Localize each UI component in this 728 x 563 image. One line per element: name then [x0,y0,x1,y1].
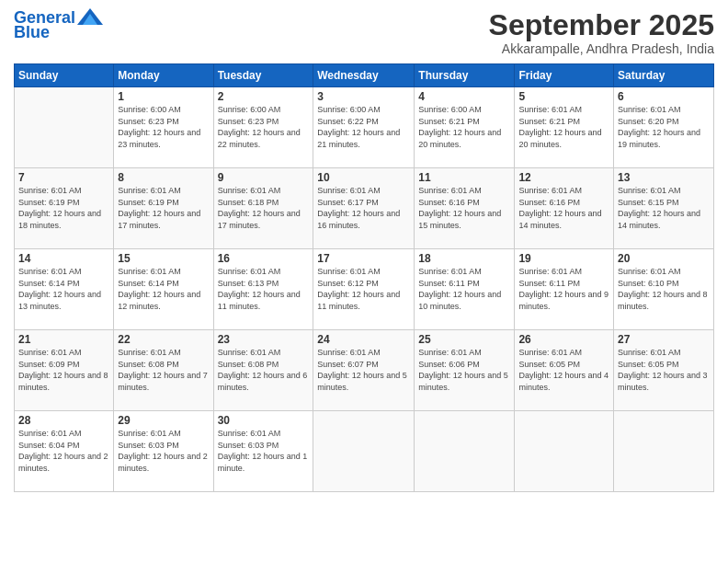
table-row: 26Sunrise: 6:01 AM Sunset: 6:05 PM Dayli… [515,330,614,411]
day-number: 13 [618,171,710,184]
header: General Blue September 2025 Akkarampalle… [14,9,714,56]
col-monday: Monday [114,64,213,87]
calendar-week-3: 14Sunrise: 6:01 AM Sunset: 6:14 PM Dayli… [15,249,714,330]
day-number: 7 [18,171,109,184]
day-info: Sunrise: 6:00 AM Sunset: 6:23 PM Dayligh… [218,104,310,150]
table-row: 1Sunrise: 6:00 AM Sunset: 6:23 PM Daylig… [114,87,213,168]
day-number: 3 [317,90,410,103]
day-info: Sunrise: 6:01 AM Sunset: 6:08 PM Dayligh… [118,347,209,393]
day-info: Sunrise: 6:01 AM Sunset: 6:21 PM Dayligh… [518,104,609,150]
day-number: 9 [218,171,310,184]
table-row [415,411,515,492]
day-number: 8 [118,171,209,184]
table-row: 9Sunrise: 6:01 AM Sunset: 6:18 PM Daylig… [213,168,313,249]
table-row: 24Sunrise: 6:01 AM Sunset: 6:07 PM Dayli… [313,330,415,411]
calendar-week-1: 1Sunrise: 6:00 AM Sunset: 6:23 PM Daylig… [15,87,714,168]
day-info: Sunrise: 6:01 AM Sunset: 6:19 PM Dayligh… [118,185,209,231]
table-row: 16Sunrise: 6:01 AM Sunset: 6:13 PM Dayli… [213,249,313,330]
logo: General Blue [14,9,103,42]
day-info: Sunrise: 6:00 AM Sunset: 6:21 PM Dayligh… [418,104,510,150]
day-number: 27 [618,333,710,346]
col-friday: Friday [515,64,614,87]
day-info: Sunrise: 6:01 AM Sunset: 6:11 PM Dayligh… [518,266,609,312]
col-thursday: Thursday [415,64,515,87]
month-title: September 2025 [489,9,714,41]
calendar-week-4: 21Sunrise: 6:01 AM Sunset: 6:09 PM Dayli… [15,330,714,411]
table-row: 28Sunrise: 6:01 AM Sunset: 6:04 PM Dayli… [15,411,114,492]
table-row: 13Sunrise: 6:01 AM Sunset: 6:15 PM Dayli… [614,168,714,249]
day-number: 2 [218,90,310,103]
table-row [515,411,614,492]
table-row: 15Sunrise: 6:01 AM Sunset: 6:14 PM Dayli… [114,249,213,330]
table-row: 14Sunrise: 6:01 AM Sunset: 6:14 PM Dayli… [15,249,114,330]
day-info: Sunrise: 6:01 AM Sunset: 6:04 PM Dayligh… [18,428,109,474]
day-info: Sunrise: 6:01 AM Sunset: 6:14 PM Dayligh… [18,266,109,312]
day-number: 14 [18,252,109,265]
table-row: 27Sunrise: 6:01 AM Sunset: 6:05 PM Dayli… [614,330,714,411]
table-row: 7Sunrise: 6:01 AM Sunset: 6:19 PM Daylig… [15,168,114,249]
table-row: 11Sunrise: 6:01 AM Sunset: 6:16 PM Dayli… [415,168,515,249]
day-info: Sunrise: 6:01 AM Sunset: 6:12 PM Dayligh… [317,266,410,312]
page: General Blue September 2025 Akkarampalle… [0,0,728,563]
day-info: Sunrise: 6:01 AM Sunset: 6:03 PM Dayligh… [218,428,310,474]
day-info: Sunrise: 6:01 AM Sunset: 6:15 PM Dayligh… [618,185,710,231]
table-row: 2Sunrise: 6:00 AM Sunset: 6:23 PM Daylig… [213,87,313,168]
day-number: 30 [218,414,310,427]
table-row [15,87,114,168]
calendar: Sunday Monday Tuesday Wednesday Thursday… [14,63,714,492]
table-row: 29Sunrise: 6:01 AM Sunset: 6:03 PM Dayli… [114,411,213,492]
day-number: 6 [618,90,710,103]
calendar-header-row: Sunday Monday Tuesday Wednesday Thursday… [15,64,714,87]
day-info: Sunrise: 6:01 AM Sunset: 6:16 PM Dayligh… [518,185,609,231]
day-number: 1 [118,90,209,103]
table-row: 18Sunrise: 6:01 AM Sunset: 6:11 PM Dayli… [415,249,515,330]
day-number: 10 [317,171,410,184]
day-number: 29 [118,414,209,427]
day-info: Sunrise: 6:00 AM Sunset: 6:22 PM Dayligh… [317,104,410,150]
table-row: 30Sunrise: 6:01 AM Sunset: 6:03 PM Dayli… [213,411,313,492]
day-info: Sunrise: 6:01 AM Sunset: 6:16 PM Dayligh… [418,185,510,231]
day-number: 23 [218,333,310,346]
table-row: 19Sunrise: 6:01 AM Sunset: 6:11 PM Dayli… [515,249,614,330]
day-number: 16 [218,252,310,265]
logo-blue-text: Blue [14,23,50,41]
day-info: Sunrise: 6:01 AM Sunset: 6:19 PM Dayligh… [18,185,109,231]
table-row: 10Sunrise: 6:01 AM Sunset: 6:17 PM Dayli… [313,168,415,249]
day-info: Sunrise: 6:01 AM Sunset: 6:20 PM Dayligh… [618,104,710,150]
day-number: 19 [518,252,609,265]
day-info: Sunrise: 6:01 AM Sunset: 6:09 PM Dayligh… [18,347,109,393]
table-row: 6Sunrise: 6:01 AM Sunset: 6:20 PM Daylig… [614,87,714,168]
day-info: Sunrise: 6:01 AM Sunset: 6:07 PM Dayligh… [317,347,410,393]
day-info: Sunrise: 6:01 AM Sunset: 6:03 PM Dayligh… [118,428,209,474]
col-sunday: Sunday [15,64,114,87]
table-row: 21Sunrise: 6:01 AM Sunset: 6:09 PM Dayli… [15,330,114,411]
day-info: Sunrise: 6:01 AM Sunset: 6:05 PM Dayligh… [518,347,609,393]
col-saturday: Saturday [614,64,714,87]
day-info: Sunrise: 6:01 AM Sunset: 6:13 PM Dayligh… [218,266,310,312]
day-info: Sunrise: 6:01 AM Sunset: 6:06 PM Dayligh… [418,347,510,393]
table-row: 12Sunrise: 6:01 AM Sunset: 6:16 PM Dayli… [515,168,614,249]
table-row [313,411,415,492]
table-row: 3Sunrise: 6:00 AM Sunset: 6:22 PM Daylig… [313,87,415,168]
logo-blue: Blue [14,24,50,42]
calendar-week-5: 28Sunrise: 6:01 AM Sunset: 6:04 PM Dayli… [15,411,714,492]
col-tuesday: Tuesday [213,64,313,87]
day-number: 26 [518,333,609,346]
table-row: 17Sunrise: 6:01 AM Sunset: 6:12 PM Dayli… [313,249,415,330]
day-info: Sunrise: 6:01 AM Sunset: 6:14 PM Dayligh… [118,266,209,312]
day-info: Sunrise: 6:01 AM Sunset: 6:08 PM Dayligh… [218,347,310,393]
day-number: 18 [418,252,510,265]
day-number: 11 [418,171,510,184]
day-info: Sunrise: 6:01 AM Sunset: 6:11 PM Dayligh… [418,266,510,312]
day-number: 21 [18,333,109,346]
day-info: Sunrise: 6:01 AM Sunset: 6:05 PM Dayligh… [618,347,710,393]
table-row: 5Sunrise: 6:01 AM Sunset: 6:21 PM Daylig… [515,87,614,168]
calendar-week-2: 7Sunrise: 6:01 AM Sunset: 6:19 PM Daylig… [15,168,714,249]
table-row: 22Sunrise: 6:01 AM Sunset: 6:08 PM Dayli… [114,330,213,411]
day-number: 17 [317,252,410,265]
table-row: 23Sunrise: 6:01 AM Sunset: 6:08 PM Dayli… [213,330,313,411]
day-number: 15 [118,252,209,265]
table-row: 4Sunrise: 6:00 AM Sunset: 6:21 PM Daylig… [415,87,515,168]
day-number: 20 [618,252,710,265]
table-row [614,411,714,492]
